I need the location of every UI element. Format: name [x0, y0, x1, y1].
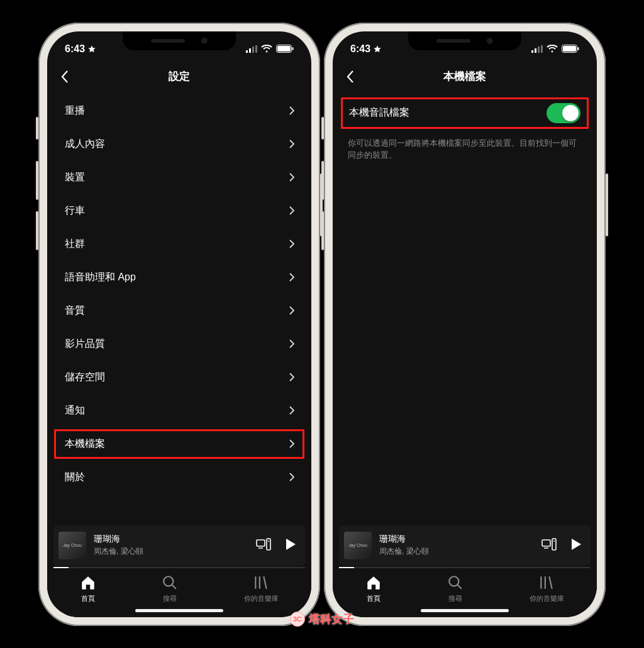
settings-item[interactable]: 影片品質: [47, 327, 311, 361]
settings-item-label: 影片品質: [65, 338, 105, 351]
settings-item[interactable]: 本機檔案: [52, 427, 306, 461]
nav-home[interactable]: 首頁: [365, 574, 382, 603]
nav-search[interactable]: 搜尋: [162, 574, 178, 603]
nav-library[interactable]: 你的音樂庫: [244, 574, 279, 603]
track-artist: 周杰倫, 梁心頤: [94, 546, 248, 557]
toggle-switch[interactable]: [547, 103, 580, 123]
svg-rect-6: [277, 46, 291, 52]
svg-rect-24: [578, 47, 579, 50]
back-button[interactable]: [341, 68, 359, 85]
now-playing-bar[interactable]: Jay Chou 珊瑚海 周杰倫, 梁心頤: [53, 525, 305, 566]
back-button[interactable]: [56, 68, 74, 85]
settings-item-label: 重播: [65, 104, 85, 118]
svg-rect-25: [542, 540, 550, 546]
phone-side-button: [36, 161, 38, 200]
settings-item[interactable]: 重播: [47, 94, 311, 128]
settings-item-label: 裝置: [65, 171, 85, 184]
track-artist: 周杰倫, 梁心頤: [379, 546, 534, 557]
settings-item-label: 行車: [65, 204, 85, 217]
settings-item[interactable]: 音質: [47, 294, 311, 327]
track-info: 珊瑚海 周杰倫, 梁心頤: [379, 534, 534, 557]
phone-side-button: [321, 117, 324, 140]
cellular-signal-icon: [531, 45, 543, 53]
chevron-right-icon: [289, 372, 295, 382]
phone-side-button: [36, 211, 38, 250]
nav-library[interactable]: 你的音樂庫: [530, 574, 564, 603]
devices-icon[interactable]: [541, 538, 557, 553]
settings-list[interactable]: 重播成人內容裝置行車社群語音助理和 App音質影片品質儲存空間通知本機檔案關於: [47, 93, 311, 525]
svg-rect-7: [292, 47, 294, 50]
search-icon: [162, 574, 178, 591]
now-playing-bar[interactable]: Jay Chou 珊瑚海 周杰倫, 梁心頤: [339, 525, 591, 566]
chevron-right-icon: [289, 172, 295, 182]
local-files-content: 本機音訊檔案 你可以透過同一網路將本機檔案同步至此裝置。目前找到一個可同步的裝置…: [333, 93, 597, 525]
phone-notch: [123, 31, 236, 50]
phone-side-button: [36, 117, 38, 140]
chevron-left-icon: [60, 70, 69, 84]
phone-mockup-left: 6:43 設定 重播成人內容裝置行車社群語音助理和 App音質影片品質儲存空間通…: [38, 23, 320, 626]
svg-rect-18: [535, 48, 536, 53]
toggle-description: 你可以透過同一網路將本機檔案同步至此裝置。目前找到一個可同步的裝置。: [333, 132, 597, 162]
chevron-right-icon: [289, 239, 295, 249]
settings-item[interactable]: 行車: [47, 194, 311, 228]
chevron-right-icon: [289, 272, 295, 282]
settings-item-label: 本機檔案: [65, 437, 105, 451]
settings-item[interactable]: 語音助理和 App: [47, 261, 311, 294]
track-info: 珊瑚海 周杰倫, 梁心頤: [94, 534, 248, 557]
library-icon: [538, 574, 555, 591]
phone-notch: [408, 31, 521, 50]
svg-rect-9: [267, 539, 270, 550]
settings-item[interactable]: 成人內容: [47, 128, 311, 161]
chevron-left-icon: [346, 70, 355, 84]
album-art: Jay Chou: [58, 532, 86, 559]
svg-line-13: [172, 585, 177, 589]
library-icon: [253, 574, 269, 591]
nav-label: 搜尋: [448, 594, 462, 603]
track-title: 珊瑚海: [94, 534, 248, 545]
battery-icon: [562, 45, 579, 53]
status-time: 6:43: [65, 43, 85, 55]
svg-line-16: [264, 576, 267, 589]
phone-side-button: [321, 161, 324, 200]
chevron-right-icon: [289, 139, 295, 149]
settings-item-label: 關於: [65, 471, 85, 484]
svg-rect-2: [252, 47, 254, 53]
nav-search[interactable]: 搜尋: [447, 574, 464, 603]
home-indicator[interactable]: [135, 609, 223, 612]
chevron-right-icon: [289, 206, 295, 216]
nav-label: 首頁: [81, 594, 95, 603]
album-art: Jay Chou: [344, 532, 372, 559]
battery-icon: [276, 45, 294, 53]
search-icon: [447, 574, 464, 591]
svg-rect-20: [541, 45, 543, 53]
settings-item-label: 儲存空間: [65, 371, 105, 384]
settings-item-label: 語音助理和 App: [65, 271, 136, 284]
settings-item[interactable]: 儲存空間: [47, 361, 311, 394]
svg-rect-8: [257, 540, 265, 546]
toggle-label: 本機音訊檔案: [349, 106, 409, 119]
cellular-signal-icon: [246, 45, 257, 53]
page-title: 本機檔案: [443, 69, 486, 84]
settings-item[interactable]: 社群: [47, 228, 311, 261]
play-icon[interactable]: [570, 538, 582, 553]
settings-item[interactable]: 關於: [47, 461, 311, 494]
chevron-right-icon: [289, 405, 295, 415]
svg-rect-19: [538, 47, 540, 53]
svg-line-33: [550, 576, 552, 589]
play-icon[interactable]: [285, 538, 296, 553]
settings-item-label: 通知: [65, 404, 85, 417]
svg-point-29: [450, 576, 459, 586]
home-indicator[interactable]: [421, 609, 509, 612]
home-icon: [365, 574, 382, 591]
devices-icon[interactable]: [256, 538, 271, 553]
local-audio-toggle-row[interactable]: 本機音訊檔案: [339, 96, 591, 131]
nav-home[interactable]: 首頁: [80, 574, 96, 603]
settings-item[interactable]: 通知: [47, 394, 311, 427]
svg-point-12: [164, 576, 174, 586]
svg-point-21: [552, 51, 553, 53]
phone-mockup-right: 6:43 本機檔案 本機音訊檔案 你可以透過同一網路將本機檔案同步: [324, 23, 606, 626]
track-title: 珊瑚海: [379, 534, 534, 545]
settings-item[interactable]: 裝置: [47, 161, 311, 194]
phone-side-button: [606, 173, 608, 236]
svg-line-30: [458, 585, 462, 589]
